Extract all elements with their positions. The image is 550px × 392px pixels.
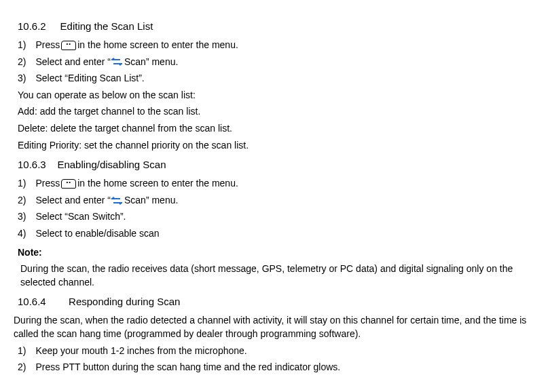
- scan-icon: [111, 57, 123, 66]
- item-number: 1): [18, 345, 26, 358]
- list-item: 4) Select to enable/disable scan: [18, 227, 550, 241]
- section-heading: 10.6.2 Editing the Scan List: [18, 19, 550, 33]
- item-number: 2): [18, 56, 26, 69]
- list-item: 3) Select “Scan Switch”.: [18, 210, 550, 224]
- list-item: 2) Select and enter “ Scan” menu.: [18, 194, 550, 208]
- note-label: Note:: [18, 246, 550, 260]
- item-text-pre: Press: [35, 177, 60, 191]
- item-number: 1): [18, 177, 26, 191]
- item-number: 2): [18, 361, 26, 374]
- item-text-pre: Select and enter “: [35, 56, 111, 69]
- list-item: 2) Press PTT button during the scan hang…: [18, 361, 550, 374]
- item-text: Select “Editing Scan List”.: [35, 72, 144, 85]
- menu-button-icon: ••: [61, 41, 76, 50]
- item-text-pre: Press: [35, 39, 60, 52]
- item-text-post: in the home screen to enter the menu.: [77, 177, 238, 191]
- item-text-pre: Select and enter “: [35, 194, 111, 208]
- item-number: 1): [18, 39, 26, 52]
- list-item: 1) Press •• in the home screen to enter …: [18, 39, 550, 52]
- item-text: Press PTT button during the scan hang ti…: [35, 361, 340, 374]
- section-title: Enabling/disabling Scan: [57, 159, 166, 170]
- body-text: Add: add the target channel to the scan …: [18, 105, 550, 119]
- item-text-post: Scan” menu.: [124, 194, 178, 208]
- section-title: Editing the Scan List: [60, 20, 153, 32]
- item-number: 2): [18, 194, 26, 208]
- menu-button-icon: ••: [61, 179, 76, 189]
- list-item: 3) Select “Editing Scan List”.: [18, 72, 550, 85]
- item-text: Select to enable/disable scan: [35, 227, 159, 241]
- section-title: Responding during Scan: [69, 296, 180, 307]
- section-number: 10.6.4: [18, 296, 46, 307]
- section-number: 10.6.2: [18, 20, 46, 32]
- scan-icon: [111, 196, 123, 205]
- note-body: During the scan, the radio receives data…: [20, 262, 550, 289]
- item-text-post: Scan” menu.: [124, 56, 178, 69]
- item-text: Keep your mouth 1-2 inches from the micr…: [35, 345, 246, 358]
- list-item: 1) Press •• in the home screen to enter …: [18, 177, 550, 191]
- section-heading: 10.6.3 Enabling/disabling Scan: [18, 157, 550, 172]
- item-number: 3): [18, 72, 26, 85]
- list-item: 1) Keep your mouth 1-2 inches from the m…: [18, 345, 550, 358]
- body-text: You can operate as below on the scan lis…: [18, 89, 550, 102]
- item-text-post: in the home screen to enter the menu.: [77, 39, 238, 52]
- body-text: Editing Priority: set the channel priori…: [18, 139, 550, 153]
- list-item: 2) Select and enter “ Scan” menu.: [18, 56, 550, 69]
- body-text: During the scan, when the radio detected…: [14, 314, 550, 340]
- section-number: 10.6.3: [18, 159, 46, 170]
- item-number: 3): [18, 210, 26, 224]
- item-number: 4): [18, 227, 26, 241]
- body-text: Delete: delete the target channel from t…: [18, 122, 550, 136]
- item-text: Select “Scan Switch”.: [35, 210, 126, 224]
- section-heading: 10.6.4 Responding during Scan: [18, 294, 550, 309]
